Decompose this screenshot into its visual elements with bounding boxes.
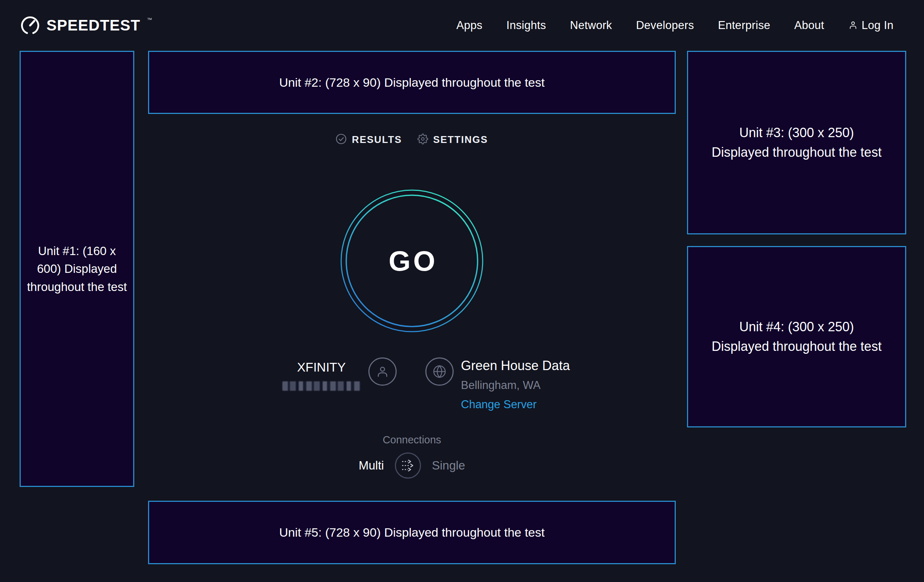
- gear-icon: [417, 134, 428, 146]
- server-block: Green House Data Bellingham, WA Change S…: [425, 358, 570, 411]
- ad-unit-5[interactable]: Unit #5: (728 x 90) Displayed throughout…: [148, 501, 676, 564]
- connections-toggle[interactable]: [395, 452, 421, 478]
- user-icon: [848, 20, 858, 31]
- isp-name: XFINITY: [297, 360, 345, 374]
- go-button[interactable]: GO: [340, 190, 483, 332]
- tab-settings[interactable]: SETTINGS: [417, 134, 488, 146]
- connections-label: Connections: [148, 434, 676, 446]
- nav-item-apps[interactable]: Apps: [456, 19, 482, 32]
- connections-toggle-row: Multi Single: [148, 452, 676, 478]
- change-server-link[interactable]: Change Server: [461, 398, 537, 411]
- ad-unit-5-label: Unit #5: (728 x 90) Displayed throughout…: [279, 525, 544, 539]
- server-name: Green House Data: [461, 358, 570, 373]
- tab-results[interactable]: RESULTS: [336, 134, 402, 146]
- server-location: Bellingham, WA: [461, 379, 540, 392]
- ad-unit-4-label: Unit #4: (300 x 250) Displayed throughou…: [711, 317, 882, 356]
- isp-block: XFINITY: [282, 358, 397, 391]
- nav-item-network[interactable]: Network: [570, 19, 612, 32]
- tab-settings-label: SETTINGS: [433, 134, 488, 145]
- ad-unit-2[interactable]: Unit #2: (728 x 90) Displayed throughout…: [148, 51, 676, 114]
- login-label: Log In: [861, 19, 894, 32]
- top-nav: SPEEDTEST ™ Apps Insights Network Develo…: [0, 0, 924, 51]
- isp-user-icon: [368, 358, 397, 386]
- ad-unit-1[interactable]: Unit #1: (160 x 600) Displayed throughou…: [20, 51, 134, 487]
- speedtest-logo[interactable]: SPEEDTEST ™: [20, 14, 152, 37]
- ad-unit-3[interactable]: Unit #3: (300 x 250) Displayed throughou…: [687, 51, 906, 234]
- go-button-label: GO: [340, 190, 483, 332]
- connections-option-multi[interactable]: Multi: [358, 458, 384, 472]
- nav-item-about[interactable]: About: [794, 19, 824, 32]
- multi-arrows-icon: [400, 458, 416, 473]
- check-circle-icon: [336, 134, 346, 146]
- masked-ip-address: [282, 381, 360, 391]
- nav-item-insights[interactable]: Insights: [506, 19, 546, 32]
- nav-item-developers[interactable]: Developers: [636, 19, 694, 32]
- ad-unit-2-label: Unit #2: (728 x 90) Displayed throughout…: [279, 76, 544, 90]
- view-tabs: RESULTS SETTINGS: [148, 130, 676, 149]
- trademark-mark: ™: [147, 17, 152, 23]
- nav-menu: Apps Insights Network Developers Enterpr…: [456, 19, 894, 32]
- ad-unit-1-label: Unit #1: (160 x 600) Displayed throughou…: [25, 242, 129, 296]
- ad-unit-4[interactable]: Unit #4: (300 x 250) Displayed throughou…: [687, 246, 906, 427]
- tab-results-label: RESULTS: [351, 134, 402, 145]
- speedometer-icon: [20, 14, 41, 37]
- logo-wordmark: SPEEDTEST: [46, 17, 140, 34]
- nav-item-enterprise[interactable]: Enterprise: [718, 19, 770, 32]
- login-button[interactable]: Log In: [848, 19, 894, 32]
- connections-option-single[interactable]: Single: [432, 458, 465, 472]
- globe-icon: [425, 358, 454, 386]
- ad-unit-3-label: Unit #3: (300 x 250) Displayed throughou…: [711, 123, 882, 162]
